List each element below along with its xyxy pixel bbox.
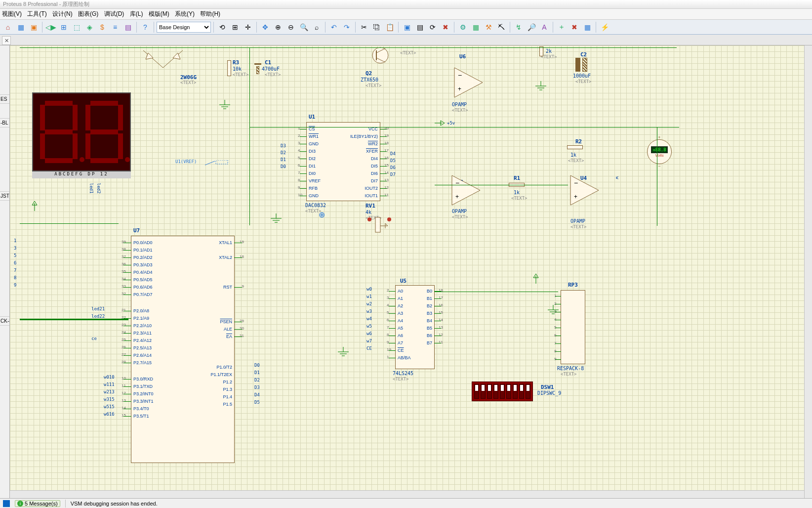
vertical-scrollbar[interactable] bbox=[804, 45, 812, 498]
menu-library[interactable]: 库(L) bbox=[130, 10, 143, 17]
menu-debug[interactable]: 调试(D) bbox=[104, 10, 124, 17]
3d-icon[interactable]: ⬚ bbox=[71, 21, 82, 33]
refresh-icon[interactable]: ⟲ bbox=[216, 21, 228, 33]
copy-icon[interactable]: ⿻ bbox=[371, 21, 383, 33]
pin-label: XTAL2 bbox=[219, 255, 232, 260]
pin-label: P3.5/T1 bbox=[133, 414, 149, 419]
component-rp3[interactable]: 123456789 bbox=[561, 290, 585, 364]
zoom-out-icon[interactable]: ⊖ bbox=[285, 21, 297, 33]
compile-icon[interactable]: ⛏ bbox=[495, 21, 507, 33]
capacitor-c1[interactable] bbox=[254, 60, 261, 76]
block-rotate-icon[interactable]: ⟳ bbox=[427, 21, 439, 33]
side-item[interactable]: ES bbox=[0, 95, 9, 104]
pcb-icon[interactable]: ⊞ bbox=[58, 21, 70, 33]
pin-label: B0 bbox=[427, 289, 432, 294]
voltmeter-reading: +88.8 bbox=[651, 146, 667, 153]
pin-label: PSEN bbox=[220, 319, 232, 324]
horizontal-scrollbar[interactable] bbox=[10, 490, 804, 498]
pin-number: 19 bbox=[387, 347, 391, 352]
separator bbox=[454, 22, 454, 33]
transistor-q2[interactable] bbox=[365, 45, 395, 70]
delete-sheet-icon[interactable]: ✖ bbox=[568, 21, 580, 33]
component-u5[interactable]: A0A1A2A3A4A5A6A7CEAB/BA B0B1B2B3B4B5B6B7… bbox=[395, 285, 435, 369]
redo-icon[interactable]: ↷ bbox=[341, 21, 353, 33]
property-icon[interactable]: A bbox=[538, 21, 550, 33]
decompose-icon[interactable]: ⚒ bbox=[483, 21, 494, 33]
menu-design[interactable]: 设计(N) bbox=[52, 10, 73, 17]
resistor-r3[interactable] bbox=[227, 60, 231, 76]
capacitor-c2[interactable] bbox=[575, 58, 589, 73]
block-move-icon[interactable]: ▤ bbox=[414, 21, 426, 33]
zoom-area-icon[interactable]: ⌕ bbox=[311, 21, 323, 33]
origin-icon[interactable]: ✛ bbox=[242, 21, 254, 33]
package-icon[interactable]: ▦ bbox=[470, 21, 482, 33]
pin-number: 23 bbox=[122, 323, 126, 327]
chip-icon[interactable]: ▣ bbox=[28, 21, 40, 33]
svg-line-9 bbox=[205, 161, 215, 165]
code-icon[interactable]: ≡ bbox=[109, 21, 121, 33]
design-variant-combo[interactable]: Base Design bbox=[157, 22, 211, 33]
pin-label: A3 bbox=[398, 311, 403, 316]
menu-template[interactable]: 模版(M) bbox=[149, 10, 169, 17]
pick-icon[interactable]: ⚙ bbox=[457, 21, 469, 33]
pin-number: 11 bbox=[122, 383, 126, 388]
seven-segment-display[interactable] bbox=[32, 92, 131, 171]
probe-icon[interactable] bbox=[205, 160, 230, 170]
menu-tools[interactable]: 工具(T) bbox=[27, 10, 46, 17]
pin-number: 10 bbox=[298, 193, 302, 197]
pin-label: P1.0/T2 bbox=[216, 365, 232, 370]
search-icon[interactable]: 🔎 bbox=[526, 21, 537, 33]
grid-icon[interactable]: ⊞ bbox=[229, 21, 241, 33]
net-label: D4 bbox=[390, 151, 396, 156]
potentiometer-rv1[interactable] bbox=[365, 213, 395, 240]
resistor-r2[interactable] bbox=[567, 145, 583, 149]
component-u1[interactable]: CSWR1GNDDI3DI2DI1DI0VREFRFBGND VCCILE(BY… bbox=[306, 122, 380, 201]
net-label: D3 bbox=[281, 143, 286, 148]
play-icon[interactable]: ◁▶ bbox=[45, 21, 57, 33]
undo-icon[interactable]: ↶ bbox=[328, 21, 340, 33]
pin-number: 16 bbox=[439, 303, 443, 307]
wire-autoroute-icon[interactable]: ↯ bbox=[513, 21, 525, 33]
side-item[interactable]: CK-8 bbox=[0, 317, 9, 326]
pin-label: CE bbox=[398, 348, 404, 353]
net-label: D5 bbox=[390, 158, 396, 163]
block-delete-icon[interactable]: ✖ bbox=[440, 21, 451, 33]
side-item[interactable]: -BL bbox=[0, 119, 9, 127]
goto-sheet-icon[interactable]: ▦ bbox=[581, 21, 593, 33]
separator bbox=[256, 22, 257, 33]
cursor-crosshair-icon: ⊕ bbox=[319, 210, 325, 219]
voltmeter[interactable]: + +88.8 Volts − bbox=[647, 139, 672, 164]
pin-number: 33 bbox=[122, 284, 126, 289]
menu-view[interactable]: 视图(V) bbox=[2, 10, 22, 17]
menu-system[interactable]: 系统(Y) bbox=[175, 10, 195, 17]
pin-label: P2.1/A9 bbox=[133, 316, 149, 321]
exit-icon[interactable]: ⚡ bbox=[599, 21, 610, 33]
pin-number: 3 bbox=[298, 141, 300, 145]
new-sheet-icon[interactable]: ＋ bbox=[556, 21, 568, 33]
net-label: D1 bbox=[254, 370, 260, 375]
resistor-2k[interactable] bbox=[539, 46, 543, 56]
close-tab-button[interactable]: ✕ bbox=[2, 36, 11, 45]
cut-icon[interactable]: ✂ bbox=[358, 21, 370, 33]
report-icon[interactable]: ▤ bbox=[122, 21, 134, 33]
block-copy-icon[interactable]: ▣ bbox=[401, 21, 413, 33]
bom-icon[interactable]: $ bbox=[96, 21, 108, 33]
component-u7[interactable]: P0.0/AD0P0.1/AD1P0.2/AD2P0.3/AD3P0.4/AD4… bbox=[131, 236, 235, 463]
schematic-canvas[interactable]: ABCDEFG DP 12 led1 led2 2W06G <TEXT> R3 … bbox=[10, 45, 812, 498]
info-icon: i bbox=[17, 501, 23, 507]
messages-button[interactable]: i 5 Message(s) bbox=[15, 500, 60, 507]
paste-icon[interactable]: 📋 bbox=[384, 21, 396, 33]
help-icon[interactable]: ? bbox=[139, 21, 151, 33]
menu-graph[interactable]: 图表(G) bbox=[78, 10, 98, 17]
pin-label: P1.1/T2EX bbox=[210, 372, 232, 377]
side-item[interactable]: JST bbox=[0, 192, 9, 201]
zoom-in-icon[interactable]: ⊕ bbox=[272, 21, 284, 33]
home-icon[interactable]: ⌂ bbox=[2, 21, 14, 33]
zoom-fit-icon[interactable]: 🔍 bbox=[298, 21, 310, 33]
pin-label: DI2 bbox=[309, 156, 316, 161]
menu-help[interactable]: 帮助(H) bbox=[200, 10, 220, 17]
gerber-icon[interactable]: ◈ bbox=[83, 21, 95, 33]
pan-icon[interactable]: ✥ bbox=[259, 21, 271, 33]
schematic-icon[interactable]: ▦ bbox=[15, 21, 27, 33]
dipswitch-dsw1[interactable] bbox=[472, 381, 533, 401]
